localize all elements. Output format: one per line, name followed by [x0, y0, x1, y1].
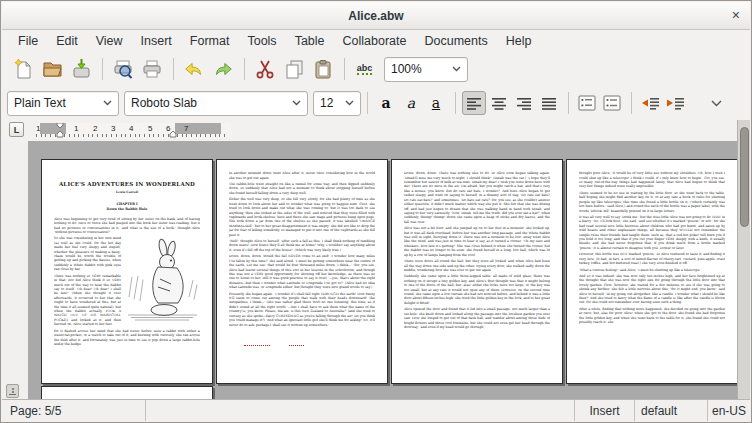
menu-item[interactable]: Table [286, 32, 334, 50]
document-author[interactable]: Lewis Carroll [54, 190, 200, 194]
paragraph[interactable]: It was all very well to say 'Drink me,' … [579, 215, 725, 250]
close-icon[interactable]: × [732, 6, 740, 24]
paragraph[interactable]: 'What a curious feeling!' said Alice; 'I… [579, 267, 725, 271]
italic-button[interactable]: a [399, 91, 423, 115]
tab-stop-selector[interactable]: L [9, 122, 24, 137]
paragraph[interactable]: However, this bottle was NOT marked 'poi… [579, 252, 725, 265]
underline-button[interactable]: a [424, 91, 448, 115]
insert-mode-indicator[interactable]: Insert [574, 400, 634, 421]
document-title[interactable]: ALICE'S ADVENTURES IN WONDERLAND [54, 181, 200, 188]
align-center-button[interactable] [487, 91, 511, 115]
paragraph[interactable]: In another moment down went Alice after … [229, 171, 375, 180]
menu-item[interactable]: Collaborate [334, 32, 416, 50]
paragraph-style-value: Plain Text [14, 96, 103, 110]
menu-item[interactable]: Edit [47, 32, 87, 50]
ruler-margin-zone [175, 123, 221, 134]
font-family-select[interactable]: Roboto Slab [124, 91, 308, 116]
white-rabbit-illustration [125, 237, 200, 321]
save-button[interactable] [67, 56, 94, 83]
horizontal-ruler[interactable]: 1 1 2 3 4 5 6 7 [36, 123, 231, 138]
page-5-partial[interactable] [41, 386, 213, 400]
abiword-window: Alice.abw × FileEditViewInsertFormatTool… [0, 0, 752, 423]
paragraph[interactable]: 'Well!' thought Alice to herself, 'after… [229, 239, 375, 252]
paragraph[interactable]: Either the well was very deep, or she fe… [229, 197, 375, 237]
paragraph[interactable]: Suddenly she came upon a little three-le… [404, 274, 550, 305]
paragraph[interactable]: Alice was beginning to get very tired of… [54, 217, 200, 235]
chevron-down-icon [103, 100, 112, 106]
printer-icon [141, 58, 163, 80]
print-preview-icon [112, 58, 134, 80]
align-left-button[interactable] [462, 91, 486, 115]
toolbar-overflow-button[interactable] [704, 91, 728, 115]
chapter-subtitle[interactable]: Down the Rabbit Hole [54, 207, 200, 211]
save-icon [70, 58, 92, 80]
bold-button[interactable]: a [374, 91, 398, 115]
paragraph[interactable]: The rabbit-hole went straight on like a … [229, 182, 375, 195]
cut-button[interactable] [251, 56, 278, 83]
right-indent-marker[interactable] [169, 131, 177, 138]
spellcheck-button[interactable]: abc [351, 56, 378, 83]
menu-item[interactable]: Format [181, 32, 239, 50]
paragraph[interactable]: Down, down, down. Would the fall NEVER c… [229, 254, 375, 289]
paragraph-style-select[interactable]: Plain Text [7, 91, 119, 116]
justify-button[interactable] [537, 91, 561, 115]
open-button[interactable] [38, 56, 65, 83]
document-area: ALICE'S ADVENTURES IN WONDERLAND Lewis C… [2, 141, 750, 400]
menu-item[interactable]: Insert [132, 32, 181, 50]
decrease-indent-button[interactable] [638, 91, 662, 115]
menu-item[interactable]: File [9, 32, 47, 50]
paragraph[interactable]: There seemed to be no use in waiting by … [579, 191, 725, 213]
left-indent-marker[interactable] [56, 131, 64, 138]
menu-item[interactable]: Documents [415, 32, 496, 50]
bulleted-list-icon [603, 95, 621, 111]
undo-button[interactable] [180, 56, 207, 83]
bulleted-list-button[interactable] [600, 91, 624, 115]
zoom-select[interactable]: 100% [384, 57, 468, 82]
paragraph[interactable]: Alice was not a bit hurt, and she jumped… [404, 226, 550, 257]
ruler-row: L 1 1 2 3 4 5 6 7 [3, 120, 736, 141]
page-3[interactable]: Down, down, down. There was nothing else… [391, 159, 563, 384]
new-document-button[interactable] [9, 56, 36, 83]
print-button[interactable] [138, 56, 165, 83]
paragraph[interactable]: for it flashed across her mind that she … [54, 328, 200, 346]
chevron-down-icon [292, 100, 301, 106]
page-4[interactable]: thought poor Alice, 'it would be of very… [566, 159, 737, 384]
ruler-ticks [36, 134, 226, 137]
menu-bar: FileEditViewInsertFormatToolsTableCollab… [3, 30, 749, 51]
paragraph[interactable]: Presently she began again. 'I wonder if … [229, 291, 375, 326]
menu-item[interactable]: Tools [238, 32, 285, 50]
ruler-number: 1 [74, 123, 78, 134]
paragraph[interactable]: thought poor Alice, 'it would be of very… [579, 171, 725, 189]
paragraph[interactable]: There were doors all round the hall, but… [404, 259, 550, 272]
vertical-ruler-widget[interactable] [6, 384, 19, 398]
print-preview-button[interactable] [109, 56, 136, 83]
increase-indent-button[interactable] [663, 91, 687, 115]
language-indicator[interactable]: en-US [707, 400, 750, 421]
paragraph[interactable]: After a while, finding that nothing more… [579, 307, 725, 325]
align-center-icon [491, 96, 507, 110]
numbered-list-icon [578, 95, 596, 111]
vertical-scrollbar[interactable] [737, 120, 750, 400]
document-canvas[interactable]: ALICE'S ADVENTURES IN WONDERLAND Lewis C… [28, 141, 737, 400]
increase-indent-icon [665, 96, 685, 110]
redo-button[interactable] [209, 56, 236, 83]
ruler-number: 4 [129, 123, 133, 134]
vertical-ruler-strip [2, 141, 28, 400]
paragraph[interactable]: Alice opened the door and found that it … [404, 307, 550, 329]
menu-item[interactable]: View [87, 32, 132, 50]
page-2[interactable]: In another moment down went Alice after … [216, 159, 388, 384]
scrollbar-thumb[interactable] [740, 127, 749, 227]
copy-icon [283, 58, 305, 80]
paste-button[interactable] [309, 56, 336, 83]
page-1[interactable]: ALICE'S ADVENTURES IN WONDERLAND Lewis C… [41, 159, 213, 384]
paragraph[interactable]: Down, down, down. There was nothing else… [404, 171, 550, 224]
menu-item[interactable]: Help [497, 32, 541, 50]
paragraph[interactable]: And so it was indeed: she was now only t… [579, 274, 725, 305]
chapter-heading[interactable]: CHAPTER I [54, 202, 200, 206]
align-right-button[interactable] [512, 91, 536, 115]
font-size-select[interactable]: 12 [313, 91, 361, 116]
toolbar-separator [568, 92, 569, 114]
numbered-list-button[interactable] [575, 91, 599, 115]
copy-button[interactable] [280, 56, 307, 83]
first-line-indent-marker[interactable] [56, 123, 64, 129]
